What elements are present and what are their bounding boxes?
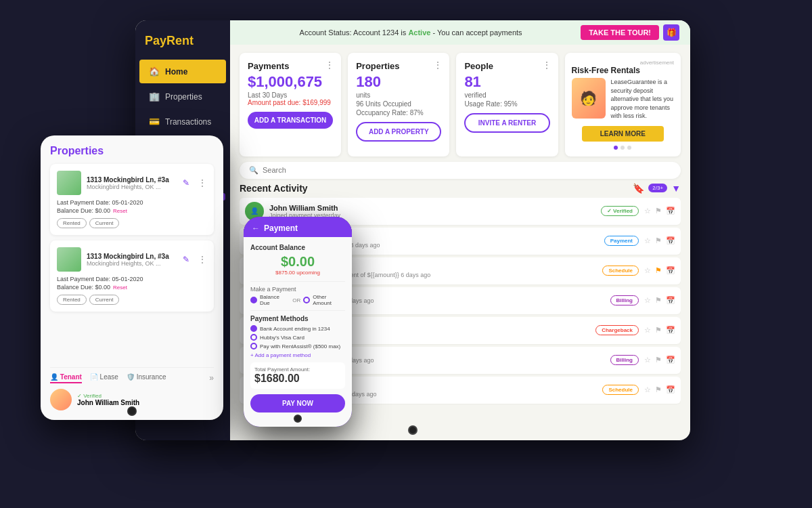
properties-occupied: 96 Units Occupied [356, 100, 441, 108]
activity-actions-1: ☆ ⚑ 📅 [644, 207, 675, 215]
balance-due-radio[interactable] [250, 297, 257, 303]
properties-icon: 🏢 [149, 91, 160, 102]
flag-icon[interactable]: ⚑ [655, 356, 662, 364]
payments-past-due: Amount past due: $169,999 [248, 99, 333, 106]
app-logo: PayRent [135, 28, 230, 59]
add-transaction-button[interactable]: ADD A TRANSACTION [248, 112, 333, 129]
badge-schedule-2: Schedule [602, 385, 639, 395]
calendar-icon[interactable]: 📅 [666, 385, 675, 394]
flag-icon[interactable]: ⚑ [655, 385, 662, 394]
payments-menu[interactable]: ⋮ [325, 60, 334, 70]
flag-icon[interactable]: ⚑ [655, 207, 662, 215]
properties-number: 180 [356, 74, 441, 90]
star-icon[interactable]: ☆ [644, 356, 651, 364]
pay-now-button[interactable]: PAY NOW [250, 394, 345, 412]
calendar-icon[interactable]: 📅 [666, 296, 675, 305]
phone-screen: ← Payment Account Balance $0.00 $875.00 … [244, 217, 352, 427]
flag-icon[interactable]: ⚑ [655, 326, 662, 335]
people-card: People ⋮ 81 verified Usage Rate: 95% INV… [456, 53, 558, 156]
last-payment-2: Last Payment Date: 05-01-2020 [57, 276, 207, 282]
payment-methods-title: Payment Methods [250, 315, 345, 322]
phone-header: ← Payment [244, 217, 352, 237]
learn-more-button[interactable]: LEARN MORE [582, 126, 664, 142]
risk-free-card: advertisement Risk-Free Rentals 🧑 LeaseG… [565, 53, 681, 156]
sidebar-item-properties[interactable]: 🏢 Properties [139, 85, 226, 108]
home-icon: 🏠 [149, 66, 160, 77]
method-2-radio[interactable] [250, 334, 257, 341]
edit-icon-2[interactable]: ✎ [183, 255, 189, 264]
calendar-icon[interactable]: 📅 [666, 356, 675, 364]
star-icon[interactable]: ☆ [644, 207, 651, 215]
search-input[interactable] [263, 166, 671, 174]
method-3-radio[interactable] [250, 343, 257, 350]
people-usage: Usage Rate: 95% [464, 100, 549, 108]
ad-label: advertisement [572, 60, 674, 66]
star-icon[interactable]: ☆ [644, 385, 651, 394]
sidebar-item-home[interactable]: 🏠 Home [139, 60, 226, 83]
risk-title: Risk-Free Rentals [572, 66, 674, 75]
edit-icon-1[interactable]: ✎ [183, 178, 189, 188]
calendar-icon[interactable]: 📅 [666, 266, 675, 275]
property-image-2 [57, 247, 81, 272]
star-icon[interactable]: ☆ [644, 266, 651, 275]
property-name-2: 1313 Mockingbird Ln, #3a [87, 253, 169, 260]
sidebar-item-transactions[interactable]: 💳 Transactions [139, 110, 226, 133]
flag-icon[interactable]: ⚑ [655, 266, 662, 275]
tablet-home-button [127, 406, 137, 416]
calendar-icon[interactable]: 📅 [666, 236, 675, 245]
flag-icon[interactable]: ⚑ [655, 296, 662, 305]
badge-verified: ✓ Verified [601, 206, 639, 216]
total-label: Total Payment Amount: [254, 366, 341, 373]
more-icon-2[interactable]: ⋮ [198, 254, 207, 265]
back-icon[interactable]: ← [252, 224, 260, 233]
tour-button[interactable]: TAKE THE TOUR! [581, 25, 659, 40]
add-payment-method[interactable]: + Add a payment method [250, 352, 345, 358]
badge-billing: Billing [610, 295, 639, 305]
filter-icon[interactable]: ▼ [671, 183, 681, 194]
badge-payment: Payment [604, 236, 639, 246]
more-icon-1[interactable]: ⋮ [198, 177, 207, 188]
activity-actions-3: ☆ ⚑ 📅 [644, 266, 675, 275]
method-1-radio[interactable] [250, 325, 257, 332]
payments-card: Payments ⋮ $1,000,675 Last 30 Days Amoun… [240, 53, 341, 156]
bookmark-icon[interactable]: 🔖 [633, 183, 644, 194]
stats-row: Payments ⋮ $1,000,675 Last 30 Days Amoun… [230, 45, 690, 162]
phone-body: Account Balance $0.00 $875.00 upcoming M… [244, 237, 352, 427]
phone-amount: $0.00 [250, 254, 345, 270]
gift-icon[interactable]: 🎁 [663, 24, 679, 41]
star-icon[interactable]: ☆ [644, 326, 651, 335]
balance-1: Balance Due: $0.00 [57, 207, 110, 214]
tab-insurance[interactable]: 🛡️ Insurance [127, 373, 166, 383]
tab-lease[interactable]: 📄 Lease [90, 373, 118, 383]
tab-tenant[interactable]: 👤 Tenant [50, 373, 82, 383]
phone-total-section: Total Payment Amount: $1680.00 [250, 362, 345, 389]
tablet-screen: Properties 1313 Mockingbird Ln, #3a Mock… [41, 135, 223, 420]
more-tabs-icon[interactable]: » [209, 373, 214, 383]
star-icon[interactable]: ☆ [644, 296, 651, 305]
reset-1[interactable]: Reset [113, 208, 127, 214]
badge-chargeback: Chargeback [595, 325, 639, 335]
property-image-1 [57, 171, 81, 195]
payments-title: Payments [248, 61, 333, 71]
flag-icon[interactable]: ⚑ [655, 236, 662, 245]
invite-renter-button[interactable]: INVITE A RENTER [464, 113, 549, 133]
make-payment-label: Make a Payment [250, 286, 345, 293]
tablet-device: Properties 1313 Mockingbird Ln, #3a Mock… [41, 135, 223, 420]
other-amount-radio[interactable] [303, 297, 310, 303]
star-icon[interactable]: ☆ [644, 236, 651, 245]
total-amount: $1680.00 [254, 373, 341, 385]
property-name-1: 1313 Mockingbird Ln, #3a [87, 176, 169, 184]
calendar-icon[interactable]: 📅 [666, 326, 675, 335]
people-menu[interactable]: ⋮ [542, 60, 551, 70]
monitor-home-button [408, 425, 418, 435]
other-amount-label: Other Amount [313, 294, 345, 306]
properties-menu[interactable]: ⋮ [433, 60, 443, 70]
payments-subtitle: Last 30 Days [248, 91, 333, 99]
people-unit: verified [464, 91, 549, 99]
carousel-dots [572, 146, 674, 150]
reset-2[interactable]: Reset [113, 284, 127, 291]
calendar-icon[interactable]: 📅 [666, 207, 675, 215]
add-property-button[interactable]: ADD A PROPERTY [356, 122, 441, 142]
payment-methods: Bank Account ending in 1234 Hubby's Visa… [250, 325, 345, 358]
phone-balance: $0.00 $875.00 upcoming [250, 254, 345, 276]
